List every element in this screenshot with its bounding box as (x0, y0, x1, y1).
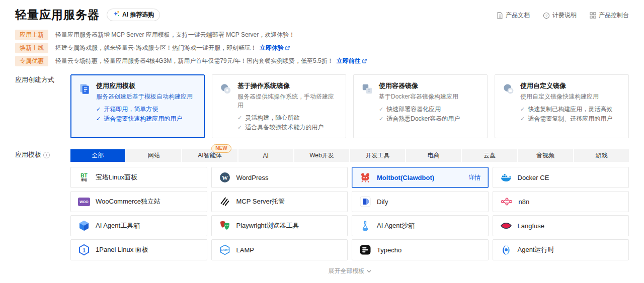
grid-icon (590, 12, 596, 19)
wordpress-icon: W (219, 171, 231, 183)
creation-card-content: 基于操作系统镜像 服务器提供纯操作系统，手动搭建应用 ✓灵活构建，随心所欲✓适合… (237, 81, 338, 132)
template-dify[interactable]: Dify (352, 191, 489, 212)
template-docker-ce[interactable]: Docker CE (493, 167, 629, 188)
creation-card-title: 使用应用模板 (96, 81, 193, 90)
tab-web-dev-label: Web开发 (309, 151, 334, 160)
creation-card-point: ✓快速复制已构建应用，灵活高效 (520, 105, 612, 114)
template-playwright[interactable]: Playwright浏览器工具 (211, 215, 348, 236)
check-icon: ✓ (379, 114, 383, 124)
creation-card-os-image[interactable]: 基于操作系统镜像 服务器提供纯操作系统，手动搭建应用 ✓灵活构建，随心所欲✓适合… (212, 74, 346, 138)
notice-link[interactable]: 立即体验 (260, 44, 290, 52)
creation-card-subtitle: 基于Docker容器镜像构建应用 (379, 92, 460, 101)
template-langfuse[interactable]: Langfuse (493, 215, 629, 236)
expand-all-templates-button[interactable]: 展开全部模板 (329, 267, 371, 275)
typecho-icon (359, 244, 371, 256)
template-ai-agent-toolbox[interactable]: AI Agent工具箱 (70, 215, 207, 236)
template-ai-agent-sandbox[interactable]: AI Agent沙箱 (352, 215, 489, 236)
check-icon: ✓ (520, 105, 525, 114)
creation-card-subtitle: 使用自定义镜像快速构建应用 (520, 92, 612, 101)
svg-text:?: ? (545, 13, 547, 18)
template-1panel-name: 1Panel Linux 面板 (96, 245, 148, 254)
notice-tag-badge: 专属优惠 (15, 56, 48, 66)
creation-card-content: 使用自定义镜像 使用自定义镜像快速构建应用 ✓快速复制已构建应用，灵活高效✓适合… (520, 81, 612, 132)
tab-cloud-disk[interactable]: 云盘 (462, 149, 517, 162)
tab-ai[interactable]: AI (238, 149, 293, 162)
billing-info-label: 计费说明 (552, 11, 577, 20)
template-grid: BT堡塔 宝塔Linux面板 W WordPress Moltbot(Clawd… (70, 167, 629, 260)
creation-card-point: ✓适合具备较强技术能力的用户 (237, 123, 338, 132)
tab-ai-label: AI (263, 152, 269, 159)
creation-card-content: 使用容器镜像 基于Docker容器镜像构建应用 ✓快速部署容器化应用✓适合熟悉D… (379, 81, 460, 132)
template-moltbot[interactable]: Moltbot(Clawdbot) 详情 (352, 167, 489, 188)
tab-dev-tools[interactable]: 开发工具 (350, 149, 405, 162)
product-docs-label: 产品文档 (506, 11, 530, 20)
template-typecho-name: Typecho (377, 246, 401, 254)
flask-icon (359, 220, 371, 232)
header-left: 轻量应用服务器 AI 推荐选购 (15, 7, 160, 23)
template-agent-runtime[interactable]: Agent运行时 (493, 239, 629, 260)
tab-cloud-disk-label: 云盘 (484, 151, 496, 160)
tab-game[interactable]: 游戏 (574, 149, 629, 162)
tab-ai-agent[interactable]: AI智能体 NEW (182, 149, 237, 162)
creation-card-custom-image[interactable]: 使用自定义镜像 使用自定义镜像快速构建应用 ✓快速复制已构建应用，灵活高效✓适合… (495, 74, 629, 138)
tab-ecommerce[interactable]: 电商 (406, 149, 461, 162)
check-icon: ✓ (520, 114, 525, 124)
tab-media-label: 音视频 (536, 151, 554, 160)
template-lamp-name: LAMP (236, 246, 254, 254)
app-template-section: 应用模板 i 全部 网站 AI智能体 NEW AI Web开发 开发工具 电商 … (15, 149, 629, 275)
chevron-down-icon (367, 270, 371, 273)
template-1panel[interactable]: 1 1Panel Linux 面板 (70, 239, 207, 260)
template-mcp-server[interactable]: MCP Server托管 (211, 191, 348, 212)
creation-card-subtitle: 服务器提供纯操作系统，手动搭建应用 (237, 92, 338, 110)
notice-link[interactable]: 立即前往 (337, 57, 367, 65)
app-template-label-text: 应用模板 (15, 150, 41, 159)
creation-card-container-image[interactable]: 使用容器镜像 基于Docker容器镜像构建应用 ✓快速部署容器化应用✓适合熟悉D… (353, 74, 488, 138)
info-icon[interactable]: i (43, 152, 50, 158)
woocommerce-icon: WOO (78, 196, 90, 208)
notice-tag-badge: 焕新上线 (15, 43, 48, 53)
template-wordpress[interactable]: W WordPress (211, 167, 348, 188)
creation-method-label-text: 应用创建方式 (15, 75, 54, 84)
product-docs-link[interactable]: 产品文档 (497, 11, 530, 20)
langfuse-icon (500, 220, 512, 232)
notice-tag-badge: 应用上新 (15, 30, 48, 40)
template-baota[interactable]: BT堡塔 宝塔Linux面板 (70, 167, 207, 188)
app-template-icon (78, 81, 91, 132)
tab-all[interactable]: 全部 (70, 149, 125, 162)
product-console-link[interactable]: 产品控制台 (590, 11, 629, 20)
tab-website[interactable]: 网站 (126, 149, 181, 162)
tab-website-label: 网站 (148, 151, 160, 160)
template-n8n[interactable]: n8n (493, 191, 629, 212)
lighthouse-purchase-page: 轻量应用服务器 AI 推荐选购 产品文档 ? 计费说明 产品控制台 应用上新 轻… (0, 0, 644, 283)
creation-card-point: ✓快速部署容器化应用 (379, 105, 460, 114)
n8n-icon (500, 196, 513, 208)
template-agent-runtime-name: Agent运行时 (518, 245, 554, 254)
tab-media[interactable]: 音视频 (518, 149, 573, 162)
custom-image-icon (502, 81, 515, 132)
template-playwright-name: Playwright浏览器工具 (236, 221, 299, 230)
creation-card-app-template[interactable]: 使用应用模板 服务器创建后基于模板自动构建应用 ✓开箱即用，简单方便✓适合需要快… (70, 74, 205, 138)
dify-icon (359, 196, 371, 208)
creation-card-title: 使用容器镜像 (379, 81, 460, 90)
creation-card-point: ✓适合熟悉Docker容器的用户 (379, 114, 460, 124)
template-lamp[interactable]: LAMP LAMP (211, 239, 348, 260)
template-woocommerce-name: WooCommerce独立站 (96, 197, 160, 206)
ai-recommend-button[interactable]: AI 推荐选购 (107, 9, 160, 21)
template-moltbot-name: Moltbot(Clawdbot) (377, 174, 434, 181)
template-ai-agent-sandbox-name: AI Agent沙箱 (377, 221, 415, 230)
expand-row: 展开全部模板 (70, 267, 629, 275)
template-typecho[interactable]: Typecho (352, 239, 489, 260)
billing-info-link[interactable]: ? 计费说明 (543, 11, 577, 20)
docker-icon (500, 171, 512, 183)
lamp-icon: LAMP (219, 244, 231, 256)
new-badge: NEW (211, 144, 231, 153)
check-icon: ✓ (379, 105, 383, 114)
template-detail-link[interactable]: 详情 (469, 173, 481, 182)
ai-recommend-label: AI 推荐选购 (122, 11, 154, 19)
template-ai-agent-toolbox-name: AI Agent工具箱 (96, 221, 140, 230)
creation-card-point: ✓灵活构建，随心所欲 (237, 113, 338, 123)
template-woocommerce[interactable]: WOO WooCommerce独立站 (70, 191, 207, 212)
notice-text: 轻量云专场特惠，轻量应用服务器4核4G3M，新用户首年仅需79元/年！国内套餐实… (55, 57, 334, 65)
tab-web-dev[interactable]: Web开发 (294, 149, 349, 162)
creation-card-content: 使用应用模板 服务器创建后基于模板自动构建应用 ✓开箱即用，简单方便✓适合需要快… (96, 81, 193, 132)
